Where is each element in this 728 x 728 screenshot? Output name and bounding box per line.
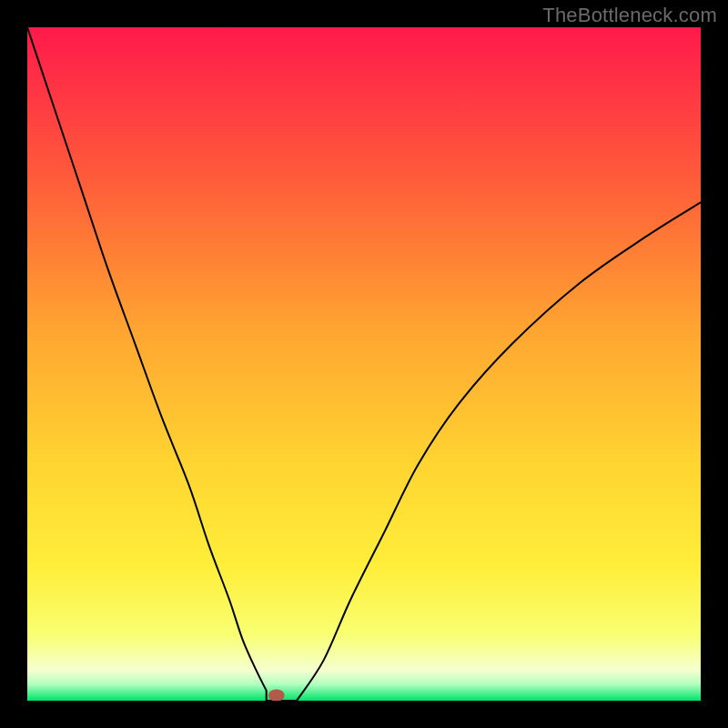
gradient-background (27, 27, 701, 701)
chart-frame: TheBottleneck.com (0, 0, 728, 728)
plot-area (27, 27, 701, 701)
watermark-text: TheBottleneck.com (542, 4, 717, 27)
bottleneck-chart (27, 27, 701, 701)
